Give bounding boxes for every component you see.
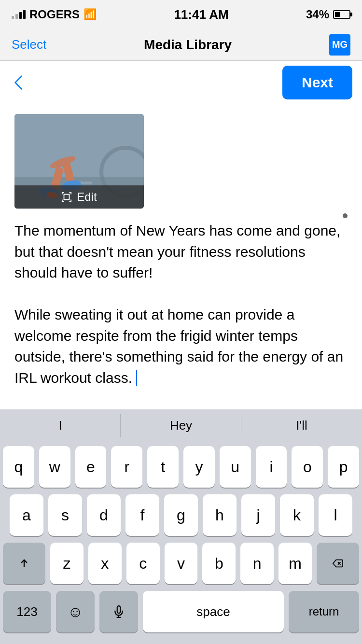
- space-button[interactable]: space: [143, 591, 284, 632]
- key-row-2: a s d f g h j k l: [3, 494, 359, 536]
- post-text-area[interactable]: The momentum of New Years has come and g…: [14, 220, 348, 388]
- status-time: 11:41 AM: [174, 7, 228, 22]
- key-j[interactable]: j: [241, 494, 275, 536]
- autocomplete-item-2[interactable]: I'll: [241, 409, 362, 442]
- key-y[interactable]: y: [183, 446, 215, 488]
- status-left: ROGERS 📶: [12, 8, 97, 21]
- status-bar: ROGERS 📶 11:41 AM 34%: [0, 0, 362, 29]
- media-library-title: Media Library: [144, 37, 232, 53]
- wifi-icon: 📶: [84, 8, 97, 21]
- shift-button[interactable]: [3, 543, 45, 584]
- edit-label: Edit: [77, 190, 97, 204]
- content-area: Edit The momentum of New Years has come …: [0, 104, 362, 398]
- microphone-button[interactable]: [99, 591, 138, 632]
- autocomplete-bar: I Hey I'll: [0, 409, 362, 442]
- key-p[interactable]: p: [328, 446, 359, 488]
- next-button[interactable]: Next: [282, 66, 352, 99]
- key-a[interactable]: a: [10, 494, 43, 536]
- media-library-nav: Select Media Library MG: [0, 29, 362, 61]
- key-z[interactable]: z: [50, 543, 84, 584]
- key-row-3: z x c v b n m: [3, 543, 359, 584]
- key-g[interactable]: g: [164, 494, 198, 536]
- key-r[interactable]: r: [111, 446, 142, 488]
- key-e[interactable]: e: [75, 446, 107, 488]
- key-rows: q w e r t y u i o p a s d f g h j k l: [0, 442, 362, 644]
- backspace-icon: [331, 558, 345, 569]
- svg-rect-10: [64, 195, 70, 200]
- key-k[interactable]: k: [280, 494, 314, 536]
- key-l[interactable]: l: [319, 494, 352, 536]
- key-u[interactable]: u: [220, 446, 251, 488]
- text-cursor: [132, 370, 137, 386]
- select-button[interactable]: Select: [12, 37, 46, 52]
- key-t[interactable]: t: [147, 446, 179, 488]
- key-row-bottom: 123 ☺ space return: [3, 591, 359, 632]
- numbers-button[interactable]: 123: [3, 591, 51, 632]
- paragraph-2: While sweating it out at home can provid…: [14, 307, 343, 386]
- autocomplete-item-1[interactable]: Hey: [121, 409, 241, 442]
- key-f[interactable]: f: [125, 494, 159, 536]
- battery-percent-label: 34%: [306, 8, 329, 21]
- autocomplete-item-0[interactable]: I: [0, 409, 121, 442]
- key-o[interactable]: o: [292, 446, 323, 488]
- key-x[interactable]: x: [88, 543, 122, 584]
- key-n[interactable]: n: [240, 543, 274, 584]
- crop-icon: [61, 192, 72, 202]
- photo-container: Edit: [14, 114, 144, 209]
- battery-icon: [333, 10, 350, 19]
- key-i[interactable]: i: [256, 446, 287, 488]
- shift-icon: [17, 557, 31, 570]
- key-row-1: q w e r t y u i o p: [3, 446, 359, 488]
- key-b[interactable]: b: [202, 543, 236, 584]
- compose-header: Next: [0, 61, 362, 104]
- key-s[interactable]: s: [48, 494, 82, 536]
- key-v[interactable]: v: [165, 543, 198, 584]
- status-right: 34%: [306, 8, 350, 21]
- key-c[interactable]: c: [126, 543, 160, 584]
- battery-fill: [335, 12, 340, 17]
- user-avatar[interactable]: MG: [329, 34, 350, 56]
- dot-indicator: [343, 213, 348, 218]
- keyboard: I Hey I'll q w e r t y u i o p a s d f: [0, 409, 362, 644]
- return-button[interactable]: return: [289, 591, 359, 632]
- edit-overlay[interactable]: Edit: [14, 185, 144, 209]
- paragraph-1: The momentum of New Years has come and g…: [14, 223, 340, 280]
- key-m[interactable]: m: [278, 543, 312, 584]
- key-w[interactable]: w: [39, 446, 70, 488]
- mic-icon: [112, 604, 125, 619]
- key-d[interactable]: d: [87, 494, 121, 536]
- signal-icon: [12, 10, 26, 19]
- carrier-label: ROGERS: [29, 8, 80, 21]
- back-button[interactable]: [10, 70, 34, 95]
- back-chevron-icon: [14, 75, 29, 90]
- emoji-button[interactable]: ☺: [56, 591, 95, 632]
- key-q[interactable]: q: [3, 446, 34, 488]
- backspace-button[interactable]: [317, 543, 359, 584]
- key-h[interactable]: h: [203, 494, 237, 536]
